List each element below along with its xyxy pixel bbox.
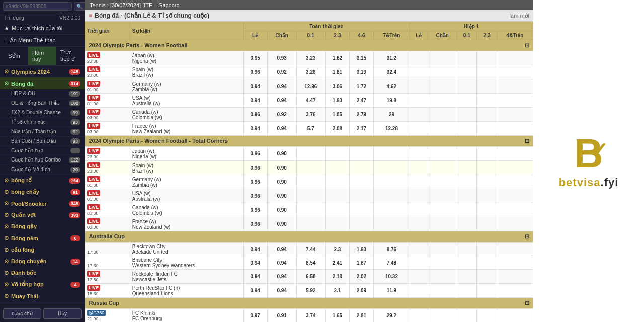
cell-odds-le[interactable]: 0.96 [243, 203, 267, 217]
cell-event[interactable]: France (w)New Zealand (w) [130, 122, 243, 136]
cell-odds-chan[interactable]: 0.91 [267, 309, 296, 323]
cell-event[interactable]: Germany (w)Zambia (w) [130, 79, 243, 94]
cell-odds-v7[interactable]: 29 [373, 108, 410, 122]
sidebar-item-caulong[interactable]: ⊙ cầu lông [0, 244, 85, 256]
cancel-button[interactable]: Hủy [43, 308, 82, 319]
cell-odds-chan[interactable]: 0.90 [267, 189, 296, 203]
sidebar-item-bongnem[interactable]: ⊙ Bóng nêm 6 [0, 232, 85, 244]
cell-event[interactable]: Brisbane CityWestern Sydney Wanderers [130, 256, 243, 270]
section-refresh-icon[interactable]: ⊡ [525, 233, 529, 240]
cell-odds-v23[interactable]: 2.3 [325, 243, 349, 256]
cell-odds-le[interactable]: 0.94 [243, 270, 267, 284]
cell-odds-le[interactable]: 0.95 [243, 51, 267, 65]
cell-event[interactable]: Japan (w)Nigeria (w) [130, 147, 243, 161]
cell-odds-v46[interactable]: 3.15 [349, 51, 373, 65]
sidebar-item-bongchuyen[interactable]: ⊙ Bóng chuyền 14 [0, 256, 85, 267]
cell-odds-le[interactable]: 0.94 [243, 256, 267, 270]
sidebar-sub-cuochonhop[interactable]: Cược hỗn hợp [0, 146, 85, 155]
cell-odds-le[interactable]: 0.96 [243, 217, 267, 231]
cell-odds-v46[interactable]: 2.02 [349, 270, 373, 284]
cell-odds-v46[interactable]: 2.81 [349, 309, 373, 323]
cell-event[interactable]: Perth RedStar FC (n)Queensland Lions [130, 284, 243, 298]
cell-odds-v7[interactable]: 31.2 [373, 51, 410, 65]
cell-odds-v7[interactable]: 19.8 [373, 94, 410, 108]
cell-odds-le[interactable]: 0.97 [243, 309, 267, 323]
cell-odds-v23[interactable]: 2.1 [325, 284, 349, 298]
sidebar-item-favorites[interactable]: ★ Mục ưa thích của tôi [0, 23, 85, 35]
cell-odds-le[interactable]: 0.96 [243, 189, 267, 203]
cell-event[interactable]: Japan (w)Nigeria (w) [130, 51, 243, 65]
cell-odds-chan[interactable]: 0.90 [267, 147, 296, 161]
cell-odds-v7[interactable]: 12.28 [373, 122, 410, 136]
sidebar-sub-vodich[interactable]: Cược đội Vô địch 20 [0, 165, 85, 175]
sidebar-item-bongchay[interactable]: ⊙ bóng chầy 91 [0, 186, 85, 198]
cell-odds-v23[interactable]: 2.08 [325, 122, 349, 136]
cell-odds-v01[interactable]: 7.44 [296, 243, 325, 256]
cell-odds-v7[interactable]: 29.2 [373, 309, 410, 323]
cell-odds-chan[interactable]: 0.94 [267, 79, 296, 94]
refresh-button[interactable]: làm mới [510, 13, 529, 19]
cell-odds-v01[interactable]: 3.76 [296, 108, 325, 122]
sidebar-sub-hdp[interactable]: HDP & OU 101 [0, 89, 85, 99]
sidebar-sub-1x2[interactable]: 1X2 & Double Chance 99 [0, 108, 85, 118]
cell-odds-v01[interactable]: 4.47 [296, 94, 325, 108]
cell-odds-v01[interactable]: 8.54 [296, 256, 325, 270]
cell-odds-chan[interactable]: 0.93 [267, 51, 296, 65]
cell-odds-v23[interactable]: 1.82 [325, 51, 349, 65]
cell-odds-chan[interactable]: 0.94 [267, 284, 296, 298]
cell-odds-v23[interactable]: 1.93 [325, 94, 349, 108]
cell-odds-chan[interactable]: 0.94 [267, 94, 296, 108]
cell-odds-chan[interactable]: 0.94 [267, 256, 296, 270]
cell-odds-v01[interactable]: 6.58 [296, 270, 325, 284]
cell-odds-le[interactable]: 0.94 [243, 122, 267, 136]
cell-odds-v7[interactable]: 11.9 [373, 284, 410, 298]
cell-odds-v01[interactable]: 12.96 [296, 79, 325, 94]
cell-odds-le[interactable]: 0.96 [243, 108, 267, 122]
cell-odds-le[interactable]: 0.96 [243, 161, 267, 175]
sidebar-item-bongro[interactable]: ⊙ bóng rổ 164 [0, 175, 85, 186]
cell-odds-v23[interactable]: 1.81 [325, 65, 349, 79]
sidebar-item-pool[interactable]: ⊙ Pool/Snooker 345 [0, 198, 85, 209]
cell-event[interactable]: Blacktown CityAdelaide United [130, 243, 243, 256]
cell-odds-chan[interactable]: 0.90 [267, 161, 296, 175]
cell-event[interactable]: Canada (w)Colombia (w) [130, 108, 243, 122]
sidebar-sub-tiso[interactable]: Tỉ số chính xác 93 [0, 118, 85, 127]
sidebar-item-bongda[interactable]: ⊙ Bóng đá 314 [0, 77, 85, 89]
cell-odds-v01[interactable]: 5.92 [296, 284, 325, 298]
cell-odds-v7[interactable]: 32.4 [373, 65, 410, 79]
cell-odds-v01[interactable]: 5.7 [296, 122, 325, 136]
cell-odds-le[interactable]: 0.96 [243, 175, 267, 189]
cell-odds-le[interactable]: 0.94 [243, 243, 267, 256]
cell-odds-chan[interactable]: 0.94 [267, 122, 296, 136]
cell-odds-v46[interactable]: 2.47 [349, 94, 373, 108]
search-input[interactable] [3, 2, 72, 11]
sidebar-item-danhboc[interactable]: ⊙ Đánh bốc [0, 267, 85, 279]
cell-odds-chan[interactable]: 0.94 [267, 270, 296, 284]
sidebar-sub-nuatran[interactable]: Nửa trận / Toàn trận 92 [0, 127, 85, 137]
cell-event[interactable]: Spain (w)Brazil (w) [130, 65, 243, 79]
cell-event[interactable]: Germany (w)Zambia (w) [130, 175, 243, 189]
cell-odds-v23[interactable]: 1.85 [325, 108, 349, 122]
cell-odds-v01[interactable]: 3.28 [296, 65, 325, 79]
sidebar-item-olympics[interactable]: ⊙ Olympics 2024 148 [0, 66, 85, 77]
cell-odds-chan[interactable]: 0.92 [267, 65, 296, 79]
cell-odds-v7[interactable]: 4.62 [373, 79, 410, 94]
sidebar-item-today[interactable]: Hôm nay [28, 47, 56, 65]
cell-odds-le[interactable]: 0.94 [243, 94, 267, 108]
cell-odds-v01[interactable]: 3.23 [296, 51, 325, 65]
cell-odds-chan[interactable]: 0.90 [267, 203, 296, 217]
waiting-bets-button[interactable]: cược chờ [3, 308, 41, 319]
cell-odds-v7[interactable]: 8.76 [373, 243, 410, 256]
cell-odds-le[interactable]: 0.96 [243, 147, 267, 161]
cell-odds-v46[interactable]: 2.17 [349, 122, 373, 136]
cell-event[interactable]: USA (w)Australia (w) [130, 189, 243, 203]
cell-event[interactable]: FC KhimkiFC Orenburg [130, 309, 243, 323]
sidebar-item-muaythai[interactable]: ⊙ Muay Thái [0, 290, 85, 302]
cell-odds-v46[interactable]: 1.72 [349, 79, 373, 94]
cell-odds-v46[interactable]: 2.79 [349, 108, 373, 122]
sidebar-item-votonghop[interactable]: ⊙ Võ tổng hợp 4 [0, 279, 85, 290]
cell-odds-v23[interactable]: 3.06 [325, 79, 349, 94]
sidebar-sub-oe[interactable]: OE & Tổng Bán Thẻ... 100 [0, 99, 85, 108]
cell-odds-v23[interactable]: 1.65 [325, 309, 349, 323]
cell-odds-chan[interactable]: 0.90 [267, 217, 296, 231]
